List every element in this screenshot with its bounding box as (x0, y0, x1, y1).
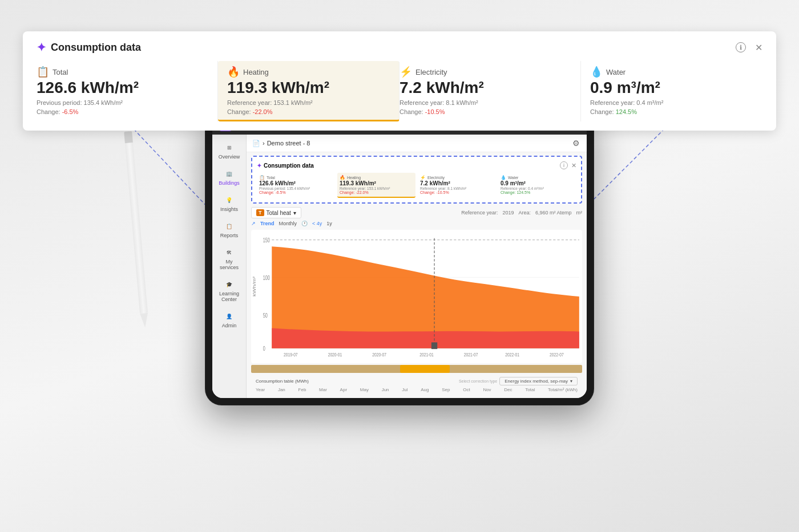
col-dec: Dec (504, 387, 512, 392)
sidebar-item-learning[interactable]: 🎓 Learning Center (215, 276, 244, 306)
svg-text:150: 150 (263, 237, 270, 244)
reports-label: Reports (220, 233, 239, 238)
tab-4y[interactable]: < 4y (312, 221, 322, 226)
mini-title-text: Consumption data (264, 163, 314, 169)
chart-type-dropdown[interactable]: T Total heat ▾ (251, 207, 301, 218)
settings-icon[interactable]: ⚙ (571, 138, 581, 148)
table-header-row: Consumption table (MWh) Select correctio… (256, 377, 578, 385)
mini-consumption-icon: ✦ (257, 163, 261, 169)
buildings-label: Buildings (219, 180, 240, 186)
ref-year-value: 2019 (502, 210, 514, 216)
range-bar[interactable] (251, 365, 582, 373)
mini-heating-value: 119.3 kWh/m² (340, 180, 413, 186)
sidebar-item-reports[interactable]: 📋 Reports (215, 218, 244, 242)
mini-close-icon[interactable]: ✕ (571, 162, 576, 169)
overview-label: Overview (219, 154, 240, 160)
water-icon: 💧 (590, 66, 603, 78)
svg-text:2021-01: 2021-01 (419, 352, 434, 358)
total-label-text: Total (53, 68, 68, 76)
mini-heating-header: 🔥 Heating (340, 175, 413, 180)
mini-electricity: ⚡ Electricity 7.2 kWh/m² Reference year:… (418, 173, 496, 198)
mini-total-prev: Previous period: 135.4 kWh/m² (259, 186, 333, 190)
total-prev: Previous period: 135.4 kWh/m² (37, 99, 208, 106)
col-oct: Oct (463, 387, 470, 392)
ref-year-label: Reference year: (461, 210, 498, 216)
sidebar-item-services[interactable]: 🛠 My services (215, 244, 244, 274)
mini-electricity-ref: Reference year: 8.1 kWh/m² (420, 186, 494, 190)
total-value: 126.6 kWh/m² (37, 79, 208, 97)
table-section: Consumption table (MWh) Select correctio… (251, 375, 582, 396)
metrics-grid: 📋 Total 126.6 kWh/m² Previous period: 13… (37, 61, 762, 121)
sidebar-item-overview[interactable]: ⊞ Overview (215, 139, 244, 163)
total-metric: 📋 Total 126.6 kWh/m² Previous period: 13… (37, 61, 218, 121)
mini-electricity-change: Change: -10.5% (420, 190, 494, 194)
range-highlight (400, 365, 450, 373)
col-year: Year (256, 387, 265, 392)
sidebar-item-insights[interactable]: 💡 Insights (215, 192, 244, 216)
svg-text:0: 0 (263, 346, 265, 352)
reports-icon: 📋 (224, 221, 235, 232)
sidebar-item-admin[interactable]: 👤 Admin (215, 308, 244, 332)
clipboard-icon: 📋 (37, 66, 49, 78)
col-sep: Sep (442, 387, 450, 392)
chart-section: T Total heat ▾ Reference year: 2019 Area… (247, 207, 587, 398)
tab-1y[interactable]: 1y (326, 221, 332, 226)
total-label: 📋 Total (37, 66, 208, 78)
mini-heating-change: Change: -22.0% (340, 190, 413, 194)
buildings-icon: 🏢 (224, 169, 235, 179)
learning-icon: 🎓 (224, 279, 235, 290)
svg-text:2019-07: 2019-07 (284, 352, 298, 358)
table-label: Consumption table (MWh) (256, 379, 309, 384)
electricity-change: Change: -10.5% (400, 108, 571, 115)
tab-trend[interactable]: Trend (260, 221, 275, 226)
svg-text:2022-07: 2022-07 (550, 352, 564, 358)
services-icon: 🛠 (224, 247, 235, 258)
chart-dropdown-label: Total heat (267, 210, 291, 216)
mini-consumption-card: ✦ Consumption data i ✕ (251, 156, 582, 204)
tab-monthly[interactable]: Monthly (279, 221, 297, 226)
mini-metrics-grid: 📋 Total 126.6 kWh/m² Previous period: 13… (257, 173, 576, 198)
mini-water-icon: 💧 (501, 175, 506, 180)
correction-dropdown[interactable]: Energy index method, sep-may ▾ (499, 377, 578, 385)
mini-total-header: 📋 Total (259, 175, 333, 180)
insights-icon: 💡 (224, 195, 235, 205)
area-label: Area: (518, 210, 531, 216)
mini-total-change: Change: -6.5% (259, 190, 333, 194)
heating-value: 119.3 kWh/m² (227, 79, 390, 97)
mini-water-value: 0.9 m³/m² (501, 180, 574, 186)
sidebar-item-buildings[interactable]: 🏢 Buildings (215, 165, 244, 189)
info-icon-button[interactable]: ℹ (736, 42, 746, 52)
breadcrumb-sep: › (263, 140, 265, 147)
chart-svg: 150 100 50 0 kWh/m² (251, 230, 582, 363)
mini-total: 📋 Total 126.6 kWh/m² Previous period: 13… (257, 173, 335, 198)
pencil-cap (124, 131, 133, 143)
correction-type-selector: Select correction type Energy index meth… (459, 377, 578, 385)
range-bar-container (251, 365, 582, 373)
mini-water-ref: Reference year: 0.4 m³/m² (501, 186, 574, 190)
breadcrumb: 📄 › Demo street - 8 ⚙ (247, 135, 587, 152)
heating-ref: Reference year: 153.1 kWh/m² (227, 99, 390, 106)
water-change: Change: 124.5% (590, 108, 753, 115)
mini-card-actions: i ✕ (560, 161, 576, 169)
mini-total-value: 126.6 kWh/m² (259, 180, 333, 186)
mini-electricity-value: 7.2 kWh/m² (420, 180, 494, 186)
close-icon-button[interactable]: ✕ (755, 42, 762, 53)
table-columns: Year Jan Feb Mar Apr May Jun Jul Aug Sep (256, 387, 578, 392)
consumption-icon: ✦ (37, 40, 46, 54)
col-may: May (360, 387, 369, 392)
pencil-tip (140, 313, 149, 328)
mini-info-icon[interactable]: i (560, 161, 568, 169)
svg-text:50: 50 (263, 312, 268, 319)
col-mar: Mar (319, 387, 327, 392)
col-total: Total (525, 387, 535, 392)
tablet-frame: K Edge Customer: Demo customer Impersona… (205, 108, 594, 405)
col-total-m2: Total/m² (kWh) (548, 387, 578, 392)
tablet-screen: K Edge Customer: Demo customer Impersona… (212, 115, 587, 398)
electricity-ref: Reference year: 8.1 kWh/m² (400, 99, 571, 106)
electricity-label: ⚡ Electricity (400, 66, 571, 78)
water-label-text: Water (606, 68, 626, 76)
overview-icon: ⊞ (224, 143, 235, 153)
mini-card-header: ✦ Consumption data i ✕ (257, 161, 576, 169)
top-card-actions: ℹ ✕ (736, 42, 762, 53)
mini-fire-icon: 🔥 (340, 175, 345, 180)
